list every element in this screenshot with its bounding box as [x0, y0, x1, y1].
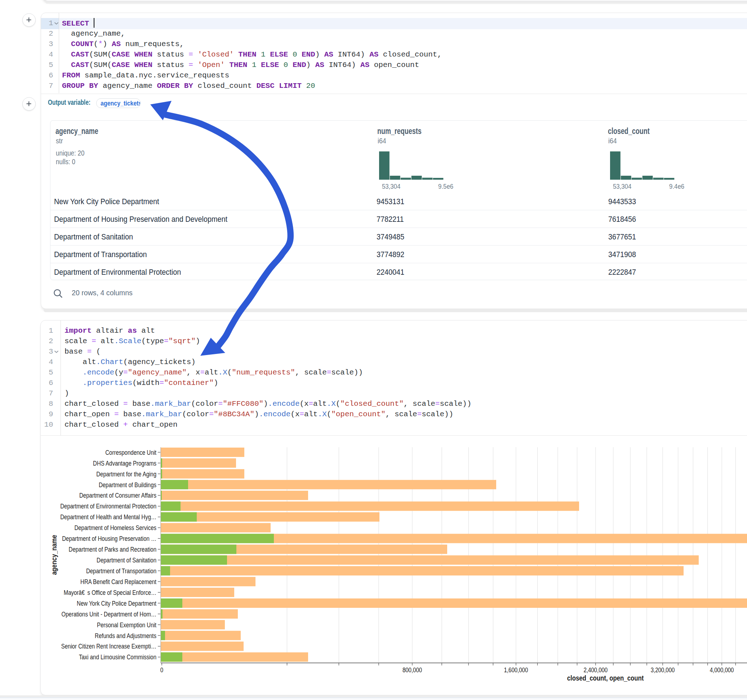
- svg-text:Department of Sanitation: Department of Sanitation: [97, 556, 156, 564]
- svg-text:0: 0: [160, 666, 163, 674]
- svg-text:Mayorâ€ s Office of Special En: Mayorâ€ s Office of Special Enforce…: [64, 589, 156, 596]
- svg-text:Personal Exemption Unit: Personal Exemption Unit: [97, 621, 156, 629]
- svg-text:Taxi and Limousine Commission: Taxi and Limousine Commission: [79, 653, 156, 661]
- svg-text:DHS Advantage Programs: DHS Advantage Programs: [93, 459, 156, 467]
- svg-text:Department of Housing Preserva: Department of Housing Preservation …: [62, 535, 156, 542]
- svg-text:HRA Benefit Card Replacement: HRA Benefit Card Replacement: [80, 578, 156, 585]
- svg-text:Operations Unit - Department o: Operations Unit - Department of Hom…: [62, 610, 156, 618]
- svg-text:Department of Transportation: Department of Transportation: [86, 567, 156, 575]
- svg-text:4,000,000: 4,000,000: [710, 666, 734, 674]
- svg-text:2,400,000: 2,400,000: [584, 666, 608, 674]
- svg-text:1,600,000: 1,600,000: [504, 666, 528, 674]
- svg-text:agency_name: agency_name: [50, 535, 58, 575]
- svg-text:Refunds and Adjustments: Refunds and Adjustments: [95, 632, 156, 640]
- svg-text:closed_count, open_count: closed_count, open_count: [567, 674, 644, 682]
- svg-text:Department of Homeless Service: Department of Homeless Services: [74, 524, 156, 532]
- svg-text:Department of Parks and Recrea: Department of Parks and Recreation: [69, 546, 156, 553]
- svg-text:Correspondence Unit: Correspondence Unit: [105, 449, 156, 456]
- svg-text:Department of Consumer Affairs: Department of Consumer Affairs: [79, 492, 156, 499]
- svg-text:New York City Police Departmen: New York City Police Department: [77, 599, 156, 607]
- svg-text:800,000: 800,000: [402, 666, 422, 674]
- svg-text:Department of Health and Menta: Department of Health and Mental Hyg…: [60, 513, 156, 521]
- svg-text:Department of Buildings: Department of Buildings: [99, 481, 156, 489]
- svg-text:3,200,000: 3,200,000: [651, 666, 675, 674]
- svg-text:Department for the Aging: Department for the Aging: [96, 470, 156, 478]
- svg-text:Department of Environmental Pr: Department of Environmental Protection: [60, 503, 156, 510]
- svg-text:Senior Citizen Rent Increase E: Senior Citizen Rent Increase Exempti…: [61, 643, 156, 650]
